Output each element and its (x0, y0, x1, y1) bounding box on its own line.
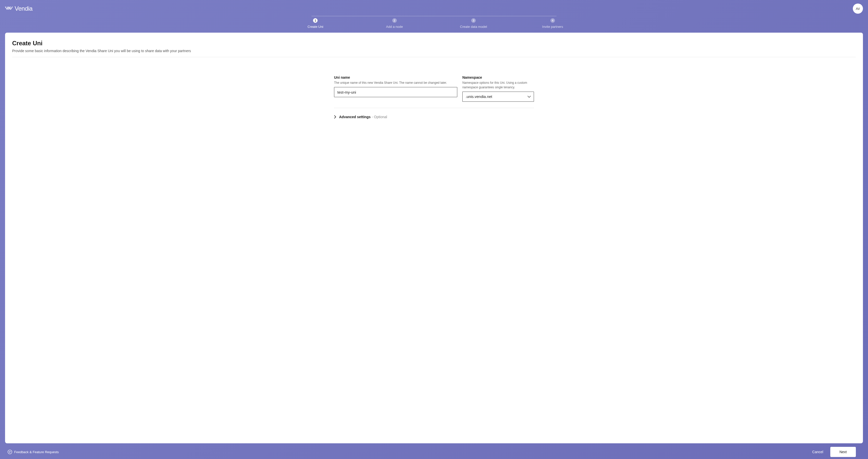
step-label-1: Create Uni (307, 25, 323, 29)
advanced-label: Advanced settings (339, 115, 370, 119)
vendia-logo-icon (5, 6, 13, 11)
namespace-group: Namespace Namespace options for this Uni… (462, 75, 534, 102)
footer-actions: Cancel Next (810, 447, 856, 457)
step-circle-4: 4 (550, 18, 555, 23)
svg-point-0 (8, 450, 12, 454)
step-create-uni[interactable]: 1 Create Uni (276, 18, 355, 29)
user-avatar[interactable]: AV (853, 4, 863, 14)
step-circle-1: 1 (313, 18, 318, 23)
cancel-button[interactable]: Cancel (810, 447, 826, 456)
header: Vendia AV (0, 0, 868, 14)
feedback-label: Feedback & Feature Requests (14, 450, 59, 454)
feedback-link[interactable]: Feedback & Feature Requests (8, 450, 59, 454)
brand-logo[interactable]: Vendia (5, 5, 32, 12)
progress-stepper: 1 Create Uni 2 Add a node 3 Create data … (271, 14, 597, 29)
uni-name-label: Uni name (334, 75, 457, 80)
step-label-3: Create data model (460, 25, 487, 29)
next-button[interactable]: Next (830, 447, 856, 457)
form-row: Uni name The unique name of this new Ven… (334, 75, 534, 108)
advanced-settings-toggle[interactable]: Advanced settings - Optional (334, 108, 534, 119)
namespace-help: Namespace options for this Uni. Using a … (462, 81, 534, 90)
footer: Feedback & Feature Requests Cancel Next (5, 443, 863, 459)
brand-name: Vendia (15, 5, 32, 12)
page-subtitle: Provide some basic information describin… (12, 49, 856, 57)
step-invite-partners[interactable]: 4 Invite partners (513, 18, 592, 29)
namespace-select-wrapper: .unis.vendia.net (462, 92, 534, 102)
step-label-4: Invite partners (542, 25, 563, 29)
main-card: Create Uni Provide some basic informatio… (5, 33, 863, 443)
namespace-label: Namespace (462, 75, 534, 80)
advanced-optional: - Optional (372, 115, 387, 119)
chat-icon (8, 450, 12, 454)
uni-name-input[interactable] (334, 87, 457, 97)
step-create-data-model[interactable]: 3 Create data model (434, 18, 513, 29)
step-label-2: Add a node (386, 25, 403, 29)
form-section: Uni name The unique name of this new Ven… (334, 75, 534, 119)
stepper-line (312, 16, 556, 16)
step-circle-2: 2 (392, 18, 397, 23)
step-add-node[interactable]: 2 Add a node (355, 18, 434, 29)
namespace-select[interactable]: .unis.vendia.net (462, 92, 534, 102)
chevron-right-icon (334, 115, 336, 119)
uni-name-group: Uni name The unique name of this new Ven… (334, 75, 457, 102)
uni-name-help: The unique name of this new Vendia Share… (334, 81, 457, 85)
page-title: Create Uni (12, 40, 856, 47)
step-circle-3: 3 (471, 18, 476, 23)
content-wrapper: Create Uni Provide some basic informatio… (0, 29, 868, 459)
